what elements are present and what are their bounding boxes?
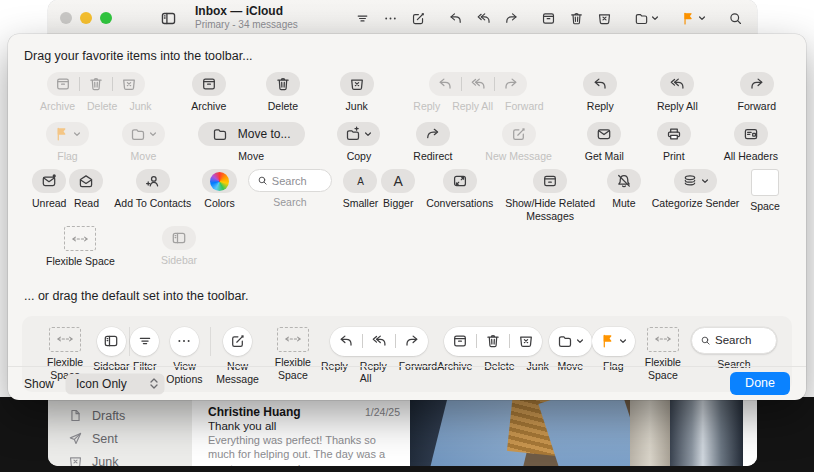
toolbar-item-flexible-space[interactable]: Flexible Space (46, 226, 115, 268)
item-pill (97, 327, 126, 356)
item-pill: A (343, 169, 377, 193)
pill-separator (461, 77, 462, 91)
sheet-footer: Show Icon Only Done (8, 366, 806, 400)
toolbar-item-print[interactable]: Print (657, 122, 691, 163)
toolbar-item-forward[interactable]: Forward (737, 72, 776, 113)
toolbar-item-space[interactable]: Space (750, 169, 780, 213)
toolbar-item-conversations[interactable]: Conversations (426, 169, 493, 210)
item-label: Archive (191, 100, 226, 113)
pill-separator (494, 77, 495, 91)
sidebar-toggle-button[interactable] (160, 10, 177, 27)
toolbar-item-add-to-contacts[interactable]: Add To Contacts (114, 169, 191, 210)
toolbar-item-all-headers[interactable]: All Headers (724, 122, 778, 163)
updown-chevrons-icon (149, 377, 159, 390)
toolbar-item-smaller[interactable]: ASmaller (343, 169, 379, 210)
toolbar-item-redirect[interactable]: Redirect (413, 122, 452, 163)
toolbar-item-colors[interactable]: Colors (202, 169, 237, 210)
reply-button[interactable] (448, 11, 463, 26)
flag-icon (681, 11, 696, 26)
toolbar-item-junk[interactable]: Junk (340, 72, 374, 113)
item-pill (266, 72, 300, 96)
toolbar-item-bigger[interactable]: ABigger (381, 169, 415, 210)
more-button[interactable] (383, 11, 398, 26)
sidebar-item-drafts[interactable]: Drafts (48, 404, 192, 427)
item-pill (340, 72, 374, 96)
archive-button[interactable] (541, 11, 556, 26)
toolbar-item-move[interactable]: Move to...Move (198, 122, 305, 163)
toolbar-item-read[interactable]: Read (69, 169, 103, 210)
toolbar-item-item[interactable]: ReplyReply AllForward (413, 72, 543, 112)
search-field[interactable]: Search (248, 169, 332, 192)
pill-separator (476, 334, 477, 348)
item-label: Sidebar (161, 254, 197, 267)
chevron-down-icon (149, 130, 157, 138)
item-label: Print (663, 150, 685, 163)
toolbar-item-move[interactable]: Move (122, 122, 165, 163)
filter-button[interactable] (355, 11, 370, 26)
trash-icon (569, 11, 584, 26)
item-label: Reply (587, 100, 614, 113)
item-pill-group (444, 327, 542, 356)
junk-button[interactable] (597, 11, 612, 26)
reply-all-icon (470, 76, 486, 92)
toolbar-item-mute[interactable]: Mute (607, 169, 641, 210)
search-field[interactable]: Search (691, 327, 777, 354)
flag-button[interactable] (681, 11, 706, 26)
toolbar-item-item[interactable]: ArchiveDeleteJunk (40, 72, 152, 112)
toolbar-item-unread[interactable]: Unread (32, 169, 66, 210)
drag-hint: Drag your favorite items into the toolba… (8, 34, 806, 63)
trash-button[interactable] (569, 11, 584, 26)
show-dropdown[interactable]: Icon Only (66, 374, 164, 394)
toolbar-item-get-mail[interactable]: Get Mail (585, 122, 624, 163)
toolbar-item-flag[interactable]: Flag (46, 122, 89, 163)
toolbar-item-delete[interactable]: Delete (266, 72, 300, 113)
item-label: Forward (505, 100, 544, 112)
item-label: Unread (32, 197, 66, 210)
item-label: Show/Hide Related Messages (504, 197, 596, 222)
toolbar-item-archive[interactable]: Archive (191, 72, 226, 113)
junk-icon (121, 76, 137, 92)
done-button[interactable]: Done (730, 372, 790, 395)
item-pill (592, 327, 635, 356)
reply-all-button[interactable] (476, 11, 491, 26)
toolbar-item-search[interactable]: SearchSearch (248, 169, 332, 209)
toolbar-item-new-message[interactable]: New Message (485, 122, 552, 163)
toolbar-item-search[interactable]: SearchSearch (691, 327, 777, 371)
item-label: Mute (612, 197, 635, 210)
item-label: Add To Contacts (114, 197, 191, 210)
palette-row: ArchiveDeleteJunkArchiveDeleteJunkReplyR… (40, 72, 776, 113)
flexible-space-icon (653, 335, 673, 343)
toolbar-item-sidebar[interactable]: Sidebar (161, 226, 197, 267)
search-button[interactable] (728, 11, 743, 26)
search-icon (728, 11, 743, 26)
print-icon (666, 126, 682, 142)
item-pill (443, 169, 477, 193)
palette-row: Flexible SpaceSidebar (46, 226, 776, 268)
compose-button[interactable] (411, 11, 426, 26)
sidebar-item-sent[interactable]: Sent (48, 427, 192, 450)
search-placeholder: Search (272, 175, 307, 187)
photo-attachment[interactable] (410, 397, 743, 466)
sidebar-item-junk[interactable]: Junk (48, 450, 192, 466)
compose-icon (230, 333, 246, 349)
toolbar-item-categorize-sender[interactable]: Categorize Sender (652, 169, 740, 210)
toolbar-item-show-hide-related-messages[interactable]: Show/Hide Related Messages (504, 169, 596, 222)
reply-icon (592, 76, 608, 92)
item-pill (740, 72, 774, 96)
zoom-button[interactable] (100, 12, 112, 24)
toolbar-item-reply-all[interactable]: Reply All (657, 72, 698, 113)
toolbar-item-pair: ASmallerABigger (343, 169, 416, 210)
toolbar-item-copy[interactable]: Copy (337, 122, 380, 163)
item-pill: A (381, 169, 415, 193)
close-button[interactable] (60, 12, 72, 24)
trash-icon (88, 76, 104, 92)
toolbar-item-reply[interactable]: Reply (583, 72, 617, 113)
message-row[interactable]: Christine Huang1/24/25Thank you allEvery… (208, 405, 400, 466)
window-title-block: Inbox — iCloud Primary - 34 messages (195, 5, 298, 30)
minimize-button[interactable] (80, 12, 92, 24)
forward-button[interactable] (504, 11, 519, 26)
add-contact-icon (145, 173, 161, 189)
item-pill (337, 122, 380, 146)
folder-button[interactable] (634, 11, 659, 26)
trash-icon (275, 76, 291, 92)
